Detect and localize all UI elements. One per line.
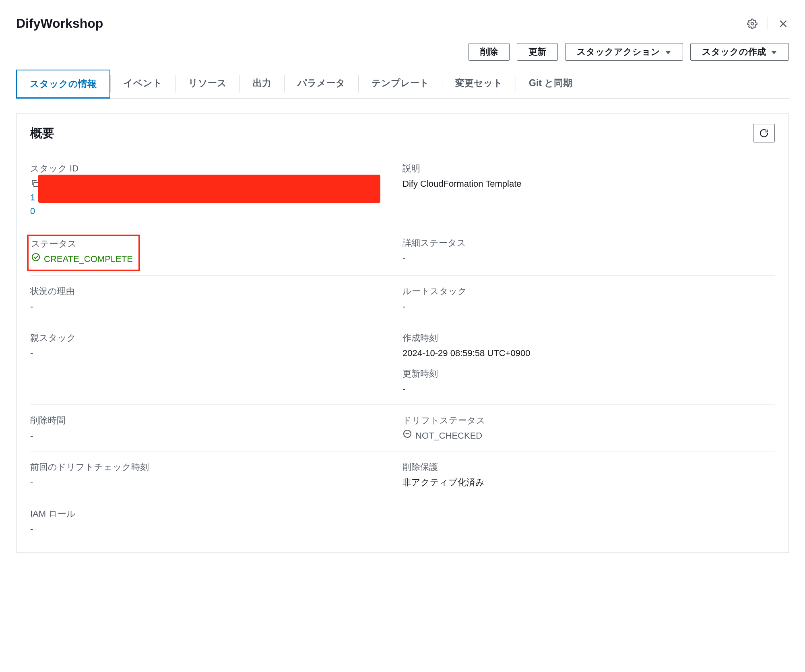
- tab-resources[interactable]: リソース: [175, 70, 239, 98]
- field-value: -: [30, 429, 393, 442]
- refresh-button[interactable]: [753, 124, 775, 142]
- field-iam-role: IAM ロール -: [30, 508, 402, 536]
- svg-point-6: [32, 254, 39, 261]
- field-value: -: [30, 346, 393, 360]
- caret-down-icon: [665, 47, 671, 56]
- tab-events[interactable]: イベント: [111, 70, 175, 98]
- svg-rect-5: [34, 182, 38, 187]
- tab-git-sync[interactable]: Git と同期: [516, 70, 585, 98]
- svg-marker-4: [771, 51, 777, 54]
- stack-title: DifyWorkshop: [16, 16, 103, 31]
- panel-title: 概要: [30, 125, 54, 142]
- field-value: -: [30, 300, 393, 313]
- overview-row: スタック ID arn:aws:cloudformation:ap-northe…: [30, 153, 775, 227]
- field-label: 作成時刻: [402, 332, 765, 344]
- panel-header: 概要: [17, 113, 788, 153]
- arn-text: 0: [30, 204, 393, 218]
- field-label: 更新時刻: [402, 368, 765, 380]
- overview-row: 親スタック - 作成時刻 2024-10-29 08:59:58 UTC+090…: [30, 322, 775, 404]
- field-deleted-time: 削除時間 -: [30, 414, 402, 442]
- field-value: -: [402, 300, 765, 313]
- field-label: 説明: [402, 163, 765, 175]
- svg-marker-3: [665, 51, 671, 54]
- field-label: 削除時間: [30, 414, 393, 427]
- settings-icon[interactable]: [747, 18, 758, 29]
- field-drift-status: ドリフトステータス NOT_CHECKED: [402, 414, 775, 442]
- field-label: 親スタック: [30, 332, 393, 344]
- status-badge: CREATE_COMPLETE: [31, 252, 133, 266]
- overview-row: ステータス CREATE_COMPLETE: [30, 227, 775, 275]
- stack-actions-button[interactable]: スタックアクション: [565, 43, 683, 61]
- field-label: 詳細ステータス: [402, 237, 765, 249]
- field-value: 2024-10-29 08:59:58 UTC+0900: [402, 346, 765, 360]
- tab-parameters[interactable]: パラメータ: [285, 70, 358, 98]
- field-value: -: [402, 382, 765, 396]
- field-value: Dify CloudFormation Template: [402, 177, 765, 190]
- redaction-overlay: [38, 175, 380, 203]
- overview-row: IAM ロール -: [30, 498, 775, 544]
- overview-row: 削除時間 - ドリフトステータス NOT_CHECKED: [30, 404, 775, 451]
- field-label: スタック ID: [30, 163, 393, 175]
- tab-outputs[interactable]: 出力: [240, 70, 284, 98]
- overview-panel: 概要 スタック ID: [16, 113, 789, 553]
- field-status-reason: 状況の理由 -: [30, 285, 402, 313]
- field-label: 前回のドリフトチェック時刻: [30, 461, 393, 473]
- field-stack-id: スタック ID arn:aws:cloudformation:ap-northe…: [30, 163, 402, 218]
- tab-change-sets[interactable]: 変更セット: [442, 70, 516, 98]
- update-button[interactable]: 更新: [517, 43, 558, 61]
- status-highlight-box: ステータス CREATE_COMPLETE: [27, 235, 140, 271]
- field-label: 状況の理由: [30, 285, 393, 297]
- field-deletion-protection: 削除保護 非アクティブ化済み: [402, 461, 775, 489]
- field-label: IAM ロール: [30, 508, 393, 520]
- field-label: ステータス: [31, 238, 133, 250]
- delete-button[interactable]: 削除: [469, 43, 510, 61]
- check-circle-icon: [31, 252, 41, 266]
- action-buttons: 削除 更新 スタックアクション スタックの作成: [16, 43, 789, 70]
- minus-circle-icon: [402, 429, 412, 442]
- page-root: DifyWorkshop 削除 更新 スタックアクション: [0, 0, 805, 569]
- status-text: CREATE_COMPLETE: [44, 252, 133, 266]
- field-value: 非アクティブ化済み: [402, 476, 765, 489]
- field-description: 説明 Dify CloudFormation Template: [402, 163, 775, 218]
- drift-status-badge: NOT_CHECKED: [402, 429, 482, 442]
- stack-actions-label: スタックアクション: [577, 47, 660, 56]
- field-parent-stack: 親スタック -: [30, 332, 402, 396]
- field-status: ステータス CREATE_COMPLETE: [30, 237, 402, 266]
- caret-down-icon: [771, 47, 777, 56]
- close-icon[interactable]: [778, 18, 789, 29]
- field-detailed-status: 詳細ステータス -: [402, 237, 775, 266]
- overview-row: 状況の理由 - ルートスタック -: [30, 275, 775, 322]
- field-label: ルートスタック: [402, 285, 765, 297]
- field-root-stack: ルートスタック -: [402, 285, 775, 313]
- page-header: DifyWorkshop: [16, 12, 789, 43]
- divider: [768, 17, 768, 30]
- create-stack-button[interactable]: スタックの作成: [690, 43, 789, 61]
- field-value: -: [30, 522, 393, 536]
- field-empty: [402, 508, 775, 536]
- field-created-updated: 作成時刻 2024-10-29 08:59:58 UTC+0900 更新時刻 -: [402, 332, 775, 396]
- overview-row: 前回のドリフトチェック時刻 - 削除保護 非アクティブ化済み: [30, 451, 775, 498]
- field-label: 削除保護: [402, 461, 765, 473]
- field-last-drift-check: 前回のドリフトチェック時刻 -: [30, 461, 402, 489]
- create-stack-label: スタックの作成: [702, 47, 766, 56]
- header-actions: [747, 17, 789, 30]
- svg-point-0: [751, 22, 754, 25]
- tab-stack-info[interactable]: スタックの情報: [16, 70, 110, 99]
- tabs: スタックの情報 イベント リソース 出力 パラメータ テンプレート 変更セット …: [16, 70, 789, 99]
- overview-grid: スタック ID arn:aws:cloudformation:ap-northe…: [17, 153, 788, 552]
- field-value: -: [402, 251, 765, 265]
- field-value: -: [30, 476, 393, 489]
- tab-template[interactable]: テンプレート: [359, 70, 442, 98]
- drift-status-text: NOT_CHECKED: [415, 429, 482, 442]
- field-label: ドリフトステータス: [402, 414, 765, 427]
